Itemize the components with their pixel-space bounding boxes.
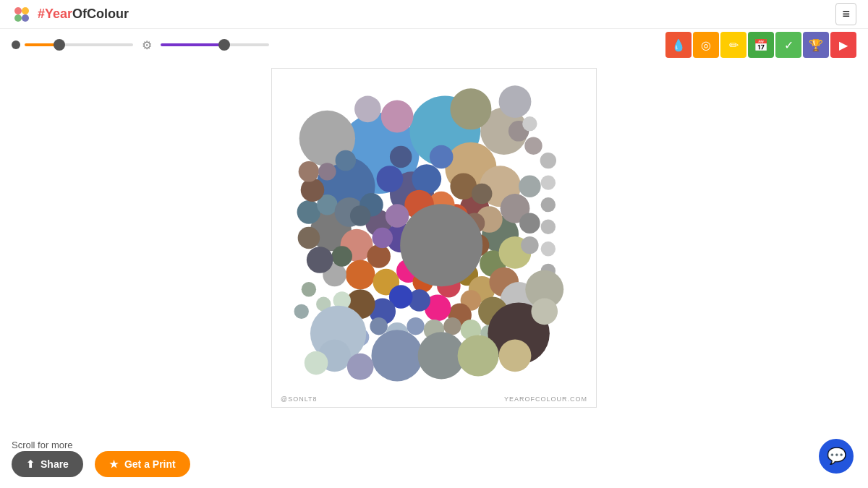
- svg-point-98: [522, 116, 537, 131]
- svg-point-108: [371, 330, 422, 381]
- circles-visualization: [272, 69, 596, 407]
- trophy-icon: 🏆: [809, 38, 823, 52]
- slider1-container: [12, 40, 133, 49]
- svg-point-56: [318, 163, 336, 180]
- svg-point-55: [299, 161, 320, 182]
- star-icon: ★: [109, 458, 119, 470]
- circle-icon-btn[interactable]: ◎: [693, 32, 719, 58]
- check-icon-btn[interactable]: ✓: [775, 32, 801, 58]
- svg-point-49: [331, 246, 352, 267]
- svg-point-102: [541, 220, 556, 234]
- svg-point-77: [519, 175, 541, 197]
- pencil-icon-btn[interactable]: ✏: [720, 32, 746, 58]
- slider2-input[interactable]: [161, 43, 269, 46]
- svg-point-51: [298, 227, 320, 249]
- svg-point-114: [347, 354, 374, 380]
- svg-point-100: [541, 175, 556, 189]
- svg-point-72: [372, 228, 393, 249]
- share-button[interactable]: ⬆ Share: [12, 451, 83, 477]
- pencil-icon: ✏: [729, 38, 739, 52]
- svg-point-0: [14, 7, 22, 14]
- logo-text: #YearOfColour: [38, 7, 129, 22]
- toolbar: ⚙ 💧 ◎ ✏ 📅 ✓ 🏆 ▶: [0, 29, 868, 61]
- svg-point-2: [14, 14, 22, 22]
- canvas-attribution-right: YEAROFCOLOUR.COM: [504, 395, 587, 403]
- svg-point-79: [521, 236, 538, 254]
- svg-point-84: [443, 317, 461, 335]
- header: #YearOfColour ≡: [0, 0, 868, 29]
- svg-point-65: [472, 184, 493, 205]
- print-label: Get a Print: [124, 458, 176, 470]
- main-content: @SONLT8 YEAROFCOLOUR.COM: [0, 61, 868, 440]
- svg-point-54: [301, 179, 325, 202]
- share-label: Share: [41, 458, 69, 470]
- print-button[interactable]: ★ Get a Print: [95, 451, 190, 477]
- canvas-attribution-left: @SONLT8: [281, 395, 317, 403]
- svg-point-1: [22, 7, 29, 14]
- svg-point-101: [541, 197, 556, 212]
- calendar-icon: 📅: [754, 38, 768, 52]
- icon-buttons: 💧 ◎ ✏ 📅 ✓ 🏆 ▶: [665, 32, 856, 58]
- check-icon: ✓: [784, 38, 793, 52]
- svg-point-71: [386, 204, 409, 228]
- svg-point-14: [450, 88, 491, 129]
- logo-icon: [12, 4, 32, 25]
- scroll-text: Scroll for more: [12, 440, 73, 450]
- svg-point-94: [294, 304, 309, 319]
- gear-icon: ⚙: [142, 38, 152, 52]
- slider-group: ⚙: [12, 38, 657, 52]
- svg-point-95: [302, 282, 316, 296]
- trophy-icon-btn[interactable]: 🏆: [803, 32, 829, 58]
- svg-point-15: [499, 85, 532, 118]
- svg-point-99: [540, 153, 556, 168]
- canvas-area: @SONLT8 YEAROFCOLOUR.COM: [271, 68, 597, 408]
- menu-button[interactable]: ≡: [835, 3, 856, 25]
- svg-point-82: [407, 317, 424, 335]
- chat-bubble-button[interactable]: 💬: [819, 439, 854, 474]
- svg-point-105: [400, 204, 482, 286]
- play-icon-btn[interactable]: ▶: [830, 32, 856, 58]
- svg-point-60: [377, 166, 404, 192]
- svg-point-116: [531, 298, 558, 325]
- slider1-dot: [12, 40, 20, 49]
- play-icon: ▶: [839, 38, 848, 52]
- water-icon: 💧: [671, 38, 686, 52]
- svg-point-63: [430, 145, 454, 169]
- svg-point-50: [307, 247, 333, 273]
- svg-point-61: [390, 146, 412, 168]
- svg-point-62: [412, 164, 441, 194]
- svg-point-3: [22, 14, 29, 22]
- svg-point-97: [524, 137, 542, 155]
- share-icon: ⬆: [26, 458, 35, 470]
- slider2-container: [161, 43, 269, 46]
- svg-point-16: [381, 100, 414, 133]
- bottom-bar: Scroll for more ⬆ Share ★ Get a Print: [0, 440, 868, 488]
- hamburger-icon: ≡: [842, 7, 850, 22]
- svg-point-115: [305, 351, 328, 375]
- chat-icon: 💬: [827, 447, 846, 466]
- calendar-icon-btn[interactable]: 📅: [748, 32, 774, 58]
- svg-point-110: [458, 335, 499, 376]
- svg-point-78: [519, 213, 540, 234]
- svg-point-29: [346, 260, 375, 290]
- svg-point-17: [354, 95, 381, 122]
- svg-point-103: [541, 241, 556, 256]
- svg-point-57: [336, 150, 357, 171]
- svg-point-80: [370, 317, 387, 335]
- svg-point-111: [499, 340, 532, 372]
- logo-area: #YearOfColour: [12, 4, 129, 25]
- slider1-input[interactable]: [25, 43, 133, 46]
- water-icon-btn[interactable]: 💧: [665, 32, 692, 58]
- svg-point-73: [350, 205, 371, 226]
- circle-icon: ◎: [701, 38, 711, 52]
